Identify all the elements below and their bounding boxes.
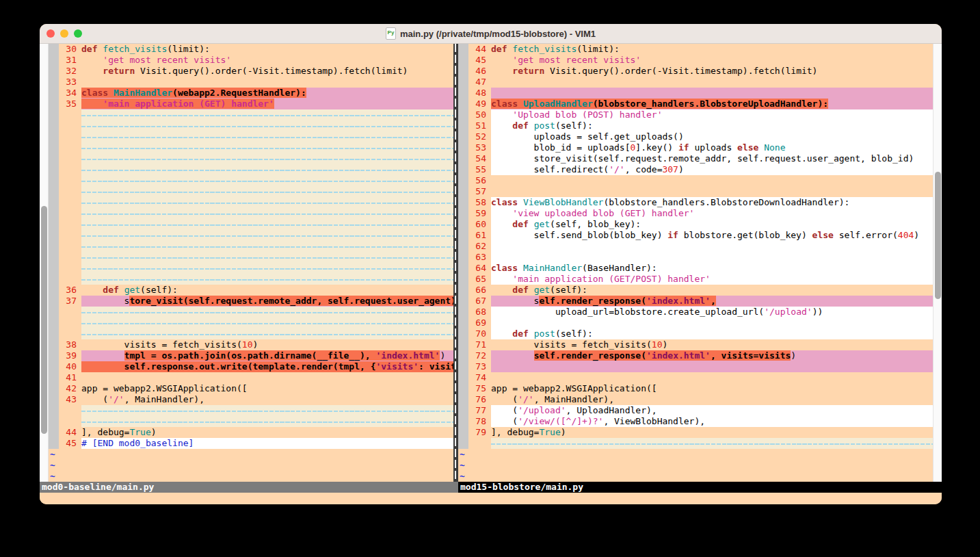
code-line[interactable]: 60 def get(self, blob_key): xyxy=(458,219,933,230)
code-line[interactable]: 48 xyxy=(458,88,933,99)
code-line[interactable]: 31 'get most recent visits' xyxy=(49,55,453,66)
vertical-split-separator[interactable] xyxy=(453,44,458,482)
code-line[interactable]: 41 xyxy=(49,372,453,383)
fold-column xyxy=(458,296,468,307)
code-segment: , code= xyxy=(625,164,663,174)
code-line[interactable]: 47 xyxy=(458,77,933,88)
code-line[interactable]: 64class MainHandler(BaseHandler): xyxy=(458,263,933,274)
filler-line[interactable] xyxy=(49,307,453,318)
tilde-line[interactable]: ~ xyxy=(49,460,453,471)
code-line[interactable]: 76 ('/', MainHandler), xyxy=(458,394,933,405)
zoom-button[interactable] xyxy=(74,29,82,38)
code-line[interactable]: 40 self.response.out.write(template.rend… xyxy=(49,361,453,372)
code-line[interactable]: 56 xyxy=(458,175,933,186)
code-line[interactable]: 49class UploadHandler(blobstore_handlers… xyxy=(458,99,933,109)
code-line[interactable]: 59 'view uploaded blob (GET) handler' xyxy=(458,208,933,219)
code-line[interactable]: 66 def get(self): xyxy=(458,285,933,296)
code-line[interactable]: 42app = webapp2.WSGIApplication([ xyxy=(49,383,453,394)
filler-line[interactable] xyxy=(49,274,453,285)
close-button[interactable] xyxy=(47,29,55,38)
deleted-line-dashes xyxy=(81,120,453,131)
code-line[interactable]: 62 xyxy=(458,241,933,252)
code-line[interactable]: 71 visits = fetch_visits(10) xyxy=(458,339,933,350)
code-line[interactable]: 78 ('/view/([^/]+)?', ViewBlobHandler), xyxy=(458,416,933,427)
code-line[interactable]: 75app = webapp2.WSGIApplication([ xyxy=(458,383,933,394)
code-line[interactable]: 69 xyxy=(458,318,933,328)
code-line[interactable]: 63 xyxy=(458,252,933,263)
left-scrollbar-thumb[interactable] xyxy=(41,206,47,434)
code-line[interactable]: 70 def post(self): xyxy=(458,328,933,339)
code-text xyxy=(491,88,933,99)
filler-line[interactable] xyxy=(49,208,453,219)
filler-line[interactable] xyxy=(49,153,453,164)
minimize-button[interactable] xyxy=(60,29,68,38)
right-status-bar[interactable]: mod15-blobstore/main.py xyxy=(458,482,942,493)
code-line[interactable]: 72 self.render_response('index.html', vi… xyxy=(458,350,933,361)
code-line[interactable]: 35 'main application (GET) handler' xyxy=(49,99,453,109)
filler-line[interactable] xyxy=(49,241,453,252)
code-line[interactable]: 79], debug=True) xyxy=(458,427,933,438)
code-line[interactable]: 65 'main application (GET/POST) handler' xyxy=(458,274,933,285)
code-line[interactable]: 51 def post(self): xyxy=(458,120,933,131)
right-scrollbar-thumb[interactable] xyxy=(935,172,941,299)
code-line[interactable]: 74 xyxy=(458,372,933,383)
right-scrollbar[interactable] xyxy=(933,44,942,482)
filler-line[interactable] xyxy=(49,328,453,339)
right-editor-pane[interactable]: 44def fetch_visits(limit):45 'get most r… xyxy=(458,44,933,482)
fold-column xyxy=(49,350,59,361)
tilde-line[interactable]: ~ xyxy=(458,449,933,460)
code-line[interactable]: 58class ViewBlobHandler(blobstore_handle… xyxy=(458,197,933,208)
filler-line[interactable] xyxy=(458,438,933,449)
left-editor-pane[interactable]: 30def fetch_visits(limit):31 'get most r… xyxy=(49,44,453,482)
code-line[interactable]: 73 xyxy=(458,361,933,372)
code-line[interactable]: 44def fetch_visits(limit): xyxy=(458,44,933,55)
code-line[interactable]: 68 upload_url=blobstore.create_upload_ur… xyxy=(458,307,933,318)
code-line[interactable]: 50 'Upload blob (POST) handler' xyxy=(458,109,933,120)
code-line[interactable]: 53 blob_id = uploads[0].key() if uploads… xyxy=(458,142,933,153)
code-line[interactable]: 55 self.redirect('/', code=307) xyxy=(458,164,933,175)
code-line[interactable]: 34class MainHandler(webapp2.RequestHandl… xyxy=(49,88,453,99)
filler-line[interactable] xyxy=(49,263,453,274)
code-line[interactable]: 57 xyxy=(458,186,933,197)
code-line[interactable]: 67 self.render_response('index.html', xyxy=(458,296,933,307)
code-line[interactable]: 38 visits = fetch_visits(10) xyxy=(49,339,453,350)
filler-line[interactable] xyxy=(49,197,453,208)
filler-line[interactable] xyxy=(49,230,453,241)
code-line[interactable]: 45 'get most recent visits' xyxy=(458,55,933,66)
filler-line[interactable] xyxy=(49,405,453,416)
filler-line[interactable] xyxy=(49,142,453,153)
tilde-line[interactable]: ~ xyxy=(458,471,933,482)
filler-line[interactable] xyxy=(49,109,453,120)
tilde-line[interactable]: ~ xyxy=(458,460,933,471)
code-line[interactable]: 46 return Visit.query().order(-Visit.tim… xyxy=(458,66,933,77)
tilde-line[interactable]: ~ xyxy=(49,471,453,482)
filler-line[interactable] xyxy=(49,219,453,230)
window-titlebar[interactable]: Py main.py (/private/tmp/mod15-blobstore… xyxy=(40,24,942,44)
filler-line[interactable] xyxy=(49,318,453,328)
code-line[interactable]: 43 ('/', MainHandler), xyxy=(49,394,453,405)
code-line[interactable]: 33 xyxy=(49,77,453,88)
tilde-line[interactable]: ~ xyxy=(49,449,453,460)
code-line[interactable]: 39 tmpl = os.path.join(os.path.dirname(_… xyxy=(49,350,453,361)
code-line[interactable]: 32 return Visit.query().order(-Visit.tim… xyxy=(49,66,453,77)
code-line[interactable]: 52 uploads = self.get_uploads() xyxy=(458,131,933,142)
left-status-bar[interactable]: mod0-baseline/main.py xyxy=(40,482,458,493)
command-line[interactable] xyxy=(40,493,942,504)
code-line[interactable]: 61 self.send_blob(blob_key) if blobstore… xyxy=(458,230,933,241)
code-line[interactable]: 45# [END mod0_baseline] xyxy=(49,438,453,449)
filler-line[interactable] xyxy=(49,175,453,186)
filler-line[interactable] xyxy=(49,416,453,427)
code-line[interactable]: 44], debug=True) xyxy=(49,427,453,438)
code-segment: (limit): xyxy=(577,44,620,54)
code-line[interactable]: 30def fetch_visits(limit): xyxy=(49,44,453,55)
filler-line[interactable] xyxy=(49,186,453,197)
left-scrollbar[interactable] xyxy=(40,44,49,482)
code-line[interactable]: 37 store_visit(self.request.remote_addr,… xyxy=(49,296,453,307)
code-line[interactable]: 54 store_visit(self.request.remote_addr,… xyxy=(458,153,933,164)
code-line[interactable]: 77 ('/upload', UploadHandler), xyxy=(458,405,933,416)
filler-line[interactable] xyxy=(49,164,453,175)
filler-line[interactable] xyxy=(49,131,453,142)
filler-line[interactable] xyxy=(49,252,453,263)
filler-line[interactable] xyxy=(49,120,453,131)
code-line[interactable]: 36 def get(self): xyxy=(49,285,453,296)
